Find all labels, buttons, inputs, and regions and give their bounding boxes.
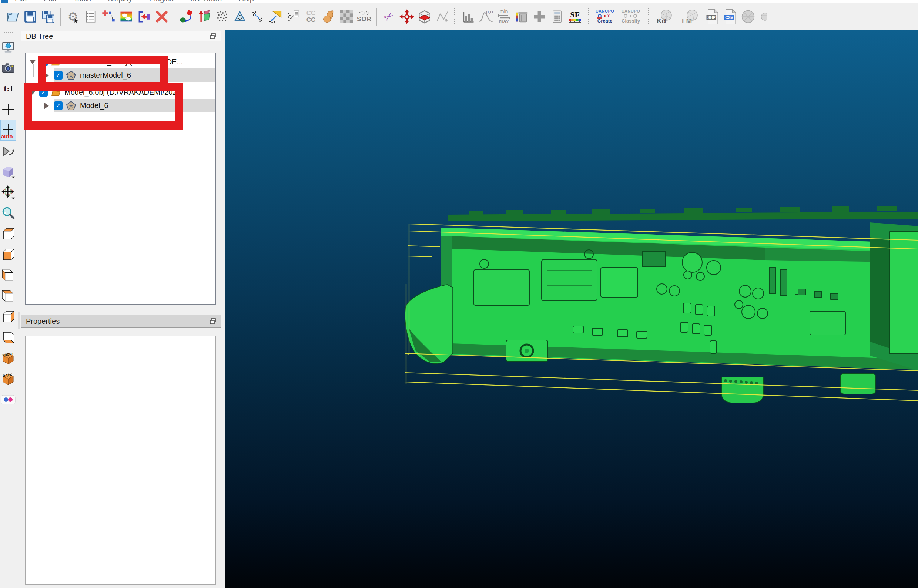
float-panel-icon[interactable] — [210, 33, 216, 40]
register-button[interactable] — [178, 7, 196, 26]
export-csv-button[interactable]: CSV — [721, 7, 739, 26]
save-button[interactable] — [21, 7, 39, 26]
sphere-icon — [740, 9, 756, 24]
selection-highlight — [54, 99, 215, 113]
noise-filter-button[interactable] — [338, 7, 356, 26]
toolbar-grip[interactable] — [3, 31, 14, 36]
menu-bar: File Edit Tools Display Plugins 3D Views… — [0, 0, 918, 3]
stereo-mode-button[interactable] — [0, 389, 16, 410]
view-front-button[interactable] — [0, 244, 16, 265]
menu-edit[interactable]: Edit — [44, 0, 56, 3]
facets-button[interactable]: FM — [678, 7, 704, 26]
menu-file[interactable]: File — [15, 0, 27, 3]
mesh-sampling-button[interactable] — [231, 7, 249, 26]
magnifier-icon — [1, 206, 15, 220]
iso-view-front-button[interactable]: FRONT — [0, 348, 16, 368]
tree-row-file-2[interactable]: ✓ Model_6.obj (D:/VRAKADEMI/202... — [26, 86, 219, 99]
export-shp-button[interactable]: SHP — [704, 7, 721, 26]
histogram-button[interactable] — [459, 7, 477, 26]
zoom-fit-button[interactable] — [0, 203, 16, 223]
save-all-button[interactable] — [39, 7, 57, 26]
selection-highlight — [54, 68, 215, 82]
iso-cube-back-icon: BACK — [1, 372, 16, 386]
tree-row-file-1[interactable]: ✓ masterModel_6.obj (D:/VRAKADE... — [26, 55, 219, 68]
app-icon — [1, 0, 8, 3]
tree-row-Model_6[interactable]: ✓ Model_6 — [26, 99, 215, 113]
tree-row-masterModel_6[interactable]: ✓ masterModel_6 — [26, 68, 215, 82]
rainbow-scale-icon — [568, 19, 582, 23]
menu-plugins[interactable]: Plugins — [149, 0, 174, 3]
delete-button[interactable] — [153, 7, 171, 26]
gaussian-filter-button[interactable]: μ,σ — [477, 7, 495, 26]
view-toolbar: 1:1 auto — [0, 30, 17, 588]
point-list-picking-button[interactable] — [284, 7, 302, 26]
display-options-button[interactable]: ⚙ — [64, 7, 82, 26]
checkbox[interactable]: ✓ — [54, 102, 63, 110]
add-sf-button[interactable] — [530, 7, 548, 26]
canupo-classify-button[interactable]: CANUPO Classify — [618, 7, 644, 26]
console-button[interactable] — [82, 7, 100, 26]
cloud-cloud-distance-button[interactable] — [249, 7, 267, 26]
checkbox[interactable]: ✓ — [54, 71, 63, 79]
checkbox[interactable]: ✓ — [39, 88, 48, 97]
sf-color-scale-button[interactable]: SF — [566, 7, 584, 26]
merge-button[interactable] — [135, 7, 153, 26]
menu-display[interactable]: Display — [108, 0, 132, 3]
rotate-view-mode-button[interactable] — [0, 182, 16, 203]
3d-model-mesh — [405, 222, 918, 403]
menu-help[interactable]: Help — [239, 0, 254, 3]
expander-down-icon[interactable] — [29, 60, 36, 65]
sor-filter-button[interactable]: SOR — [356, 7, 373, 26]
sphere-tool-button[interactable] — [739, 7, 757, 26]
sf-minmax-button[interactable]: min max — [495, 7, 513, 26]
minmax-arrows-icon — [498, 15, 510, 19]
view-left-button[interactable] — [0, 265, 16, 286]
compute-normals-button[interactable] — [320, 7, 338, 26]
cloud-mesh-distance-button[interactable] — [267, 7, 284, 26]
align-button[interactable] — [196, 7, 213, 26]
view-top-button[interactable] — [0, 223, 16, 244]
zoom-1-1-button[interactable]: 1:1 — [0, 78, 16, 99]
monitor-gear-icon — [1, 40, 15, 54]
cursor-icon — [74, 18, 79, 24]
segment-button[interactable]: ✂ — [380, 7, 398, 26]
db-tree-list[interactable]: ✓ masterModel_6.obj (D:/VRAKADE... ✓ mas… — [25, 53, 216, 305]
screenshot-button[interactable] — [0, 58, 16, 78]
menu-tools[interactable]: Tools — [74, 0, 91, 3]
checkbox[interactable]: ✓ — [39, 58, 48, 66]
polyline-icon — [435, 9, 450, 24]
db-tree-titlebar: DB Tree — [21, 31, 221, 42]
point-picking-button[interactable] — [100, 7, 117, 26]
pick-rotation-center-button[interactable] — [0, 141, 16, 162]
sf-arithmetic-button[interactable] — [548, 7, 566, 26]
kd-tree-button[interactable]: Kd — [652, 7, 678, 26]
menu-3d-views[interactable]: 3D Views — [191, 0, 222, 3]
view-back-button[interactable] — [0, 286, 16, 306]
clone-button[interactable] — [117, 7, 135, 26]
local-stat-test-button[interactable]: CC CC — [302, 7, 320, 26]
globe-tool-button[interactable] — [757, 7, 767, 26]
trace-polyline-button[interactable] — [433, 7, 451, 26]
expander-right-icon[interactable] — [44, 72, 49, 79]
trash-icon — [514, 9, 529, 24]
open-folder-icon — [5, 9, 20, 24]
expander-right-icon[interactable] — [44, 102, 49, 109]
cross-section-button[interactable] — [416, 7, 433, 26]
subsample-button[interactable] — [213, 7, 231, 26]
float-panel-icon[interactable] — [210, 318, 216, 325]
view-right-button[interactable] — [0, 306, 16, 327]
canupo-create-button[interactable]: CANUPO Create — [592, 7, 618, 26]
canupo-label-2: CANUPO — [622, 9, 640, 14]
fullscreen-3d-button[interactable] — [0, 37, 16, 58]
c2m-distance-icon — [268, 9, 283, 24]
3d-viewport[interactable] — [225, 30, 918, 588]
perspective-toggle-button[interactable] — [0, 162, 16, 182]
pivot-crosshair-button[interactable] — [0, 99, 16, 120]
delete-sf-button[interactable] — [513, 7, 530, 26]
auto-pivot-button[interactable]: auto — [0, 120, 16, 141]
view-bottom-button[interactable] — [0, 327, 16, 348]
translate-rotate-button[interactable] — [398, 7, 416, 26]
iso-view-back-button[interactable]: BACK — [0, 368, 16, 389]
open-button[interactable] — [4, 7, 21, 26]
expander-down-icon[interactable] — [29, 90, 36, 95]
